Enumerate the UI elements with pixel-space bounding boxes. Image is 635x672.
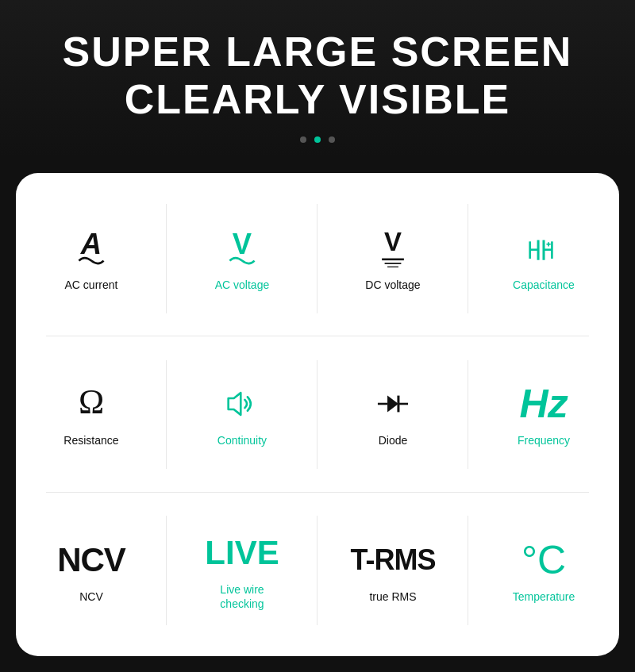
feature-ac-voltage: V AC voltage: [167, 181, 318, 336]
feature-capacitance: Capacitance: [468, 181, 619, 336]
dc-voltage-label: DC voltage: [365, 278, 420, 292]
feature-trms: T-RMS true RMS: [318, 493, 468, 648]
ac-voltage-icon: V: [221, 225, 263, 271]
trms-label: true RMS: [369, 589, 416, 604]
diode-icon: [372, 381, 414, 427]
continuity-icon: [221, 381, 263, 427]
feature-dc-voltage: V DC voltage: [318, 181, 468, 336]
svg-text:Ω: Ω: [79, 383, 104, 420]
continuity-label: Continuity: [217, 433, 267, 447]
capacitance-icon: [523, 225, 564, 271]
capacitance-label: Capacitance: [513, 278, 575, 292]
features-grid: A AC current V AC voltage: [16, 181, 619, 648]
svg-text:A: A: [80, 228, 102, 260]
headline: SUPER LARGE SCREEN CLEARLY VISIBLE: [32, 29, 603, 124]
ncv-icon: NCV: [57, 537, 125, 583]
dot-3[interactable]: [329, 136, 335, 143]
live-label: Live wire checking: [220, 582, 264, 611]
feature-row-1: A AC current V AC voltage: [16, 181, 619, 336]
carousel-dots: [32, 136, 603, 143]
live-icon: LIVE: [205, 530, 279, 576]
header: SUPER LARGE SCREEN CLEARLY VISIBLE: [0, 0, 635, 159]
dot-2[interactable]: [314, 136, 321, 143]
feature-diode: Diode: [318, 336, 468, 492]
feature-continuity: Continuity: [167, 336, 318, 492]
feature-row-3: NCV NCV LIVE Live wire checking T-RMS tr…: [16, 493, 619, 648]
svg-marker-16: [387, 396, 398, 413]
ac-voltage-label: AC voltage: [215, 278, 269, 292]
temperature-icon: °C: [521, 537, 566, 583]
frequency-label: Frequency: [518, 433, 570, 447]
feature-resistance: Ω Resistance: [16, 336, 167, 492]
feature-temperature: °C Temperature: [468, 493, 619, 648]
ncv-label: NCV: [79, 589, 103, 604]
feature-live-wire: LIVE Live wire checking: [167, 493, 318, 648]
ac-current-label: AC current: [65, 278, 118, 292]
svg-text:V: V: [384, 228, 402, 256]
diode-label: Diode: [379, 433, 408, 447]
resistance-icon: Ω: [71, 381, 112, 427]
ac-current-icon: A: [71, 225, 112, 271]
temperature-label: Temperature: [513, 589, 575, 604]
frequency-icon: Hz: [519, 381, 568, 427]
trms-icon: T-RMS: [351, 537, 436, 583]
feature-ncv: NCV NCV: [16, 493, 167, 648]
features-card: A AC current V AC voltage: [16, 173, 619, 656]
feature-frequency: Hz Frequency: [468, 336, 619, 492]
svg-text:V: V: [233, 228, 252, 260]
feature-row-2: Ω Resistance Continuity: [16, 336, 619, 492]
resistance-label: Resistance: [64, 433, 118, 447]
dc-voltage-icon: V: [372, 225, 414, 271]
dot-1[interactable]: [300, 136, 306, 143]
feature-ac-current: A AC current: [16, 181, 167, 336]
